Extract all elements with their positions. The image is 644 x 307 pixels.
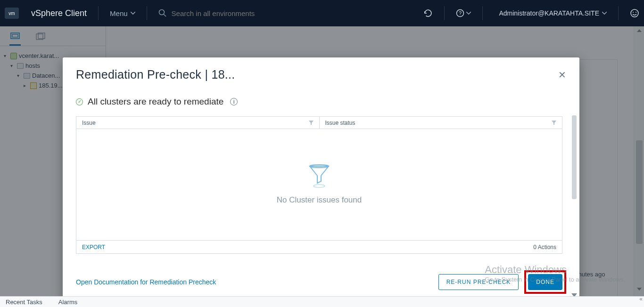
app-title: vSphere Client <box>31 8 87 18</box>
user-menu[interactable]: Administrator@KARATAHTA.SITE <box>499 9 607 17</box>
chevron-down-icon <box>131 12 135 15</box>
svg-line-1 <box>164 14 166 16</box>
close-button[interactable]: ✕ <box>558 69 566 81</box>
divider <box>482 6 483 20</box>
refresh-icon[interactable] <box>423 8 433 18</box>
help-icon[interactable]: ? <box>456 8 471 18</box>
vmware-logo: vm <box>5 8 19 19</box>
divider <box>444 6 445 20</box>
column-issue[interactable]: Issue <box>76 117 320 129</box>
smile-icon[interactable] <box>630 8 639 18</box>
recent-tasks-tab[interactable]: Recent Tasks <box>6 299 42 306</box>
expand-handle-icon[interactable]: « <box>639 296 641 302</box>
scroll-thumb[interactable] <box>572 115 577 199</box>
grid-header: Issue Issue status <box>76 117 562 129</box>
documentation-link[interactable]: Open Documentation for Remediation Prech… <box>76 278 216 286</box>
chevron-down-icon <box>602 12 607 15</box>
svg-point-0 <box>159 10 164 15</box>
global-search[interactable] <box>158 9 289 17</box>
actions-count: 0 Actions <box>533 244 556 250</box>
modal-header: Remediation Pre-check | 18... ✕ <box>63 57 579 88</box>
rerun-precheck-button[interactable]: RE-RUN PRE-CHECK <box>438 274 519 290</box>
info-icon[interactable]: i <box>230 98 238 105</box>
divider <box>98 6 99 20</box>
svg-point-6 <box>636 12 636 13</box>
filter-icon[interactable] <box>552 121 556 125</box>
column-issue-label: Issue <box>82 120 96 126</box>
divider <box>147 6 147 20</box>
user-label: Administrator@KARATAHTA.SITE <box>499 9 599 17</box>
search-input[interactable] <box>172 9 289 17</box>
grid-body: No Cluster issues found <box>76 129 562 240</box>
search-icon <box>158 9 167 17</box>
divider <box>618 6 619 20</box>
funnel-icon <box>308 164 330 189</box>
done-button[interactable]: DONE <box>528 274 562 290</box>
menu-dropdown[interactable]: Menu <box>110 9 135 17</box>
status-text: All clusters are ready to remediate <box>88 97 223 107</box>
column-issue-status[interactable]: Issue status <box>320 117 562 129</box>
column-status-label: Issue status <box>325 120 355 126</box>
highlight-box: DONE <box>524 270 566 294</box>
modal-body: All clusters are ready to remediate i Is… <box>63 88 579 263</box>
grid-footer: EXPORT 0 Actions <box>76 240 562 253</box>
remediation-precheck-modal: Remediation Pre-check | 18... ✕ All clus… <box>63 57 579 302</box>
success-icon <box>76 98 83 105</box>
top-bar: vm vSphere Client Menu ? Administrator@K… <box>0 0 644 26</box>
issues-grid: Issue Issue status <box>76 116 562 254</box>
export-button[interactable]: EXPORT <box>82 244 105 250</box>
grid-empty-text: No Cluster issues found <box>277 195 362 205</box>
svg-text:?: ? <box>459 10 462 16</box>
alarms-tab[interactable]: Alarms <box>58 299 77 306</box>
svg-point-5 <box>633 12 634 13</box>
svg-point-4 <box>631 9 638 17</box>
modal-scrollbar[interactable] <box>572 115 577 294</box>
filter-icon[interactable] <box>309 121 314 125</box>
modal-title: Remediation Pre-check | 18... <box>76 68 235 81</box>
svg-point-12 <box>314 185 325 187</box>
menu-label: Menu <box>110 9 128 17</box>
bottom-bar[interactable]: Recent Tasks Alarms « <box>0 296 644 307</box>
status-row: All clusters are ready to remediate i <box>76 97 566 107</box>
